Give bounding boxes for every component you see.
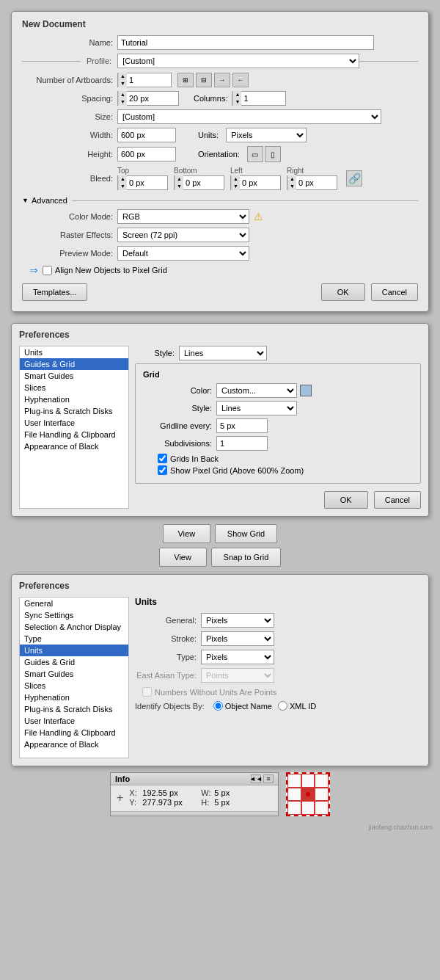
color-mode-select[interactable]: RGB CMYK [117, 209, 249, 224]
units-type-select[interactable]: Pixels [201, 650, 274, 664]
columns-spinner[interactable]: ▲ ▼ [232, 91, 286, 106]
gridline-input[interactable] [216, 418, 268, 433]
object-name-label[interactable]: Object Name [213, 701, 272, 711]
units-sidebar-slices[interactable]: Slices [20, 680, 128, 692]
info-menu-btn[interactable]: ≡ [263, 774, 274, 783]
bleed-bottom-down[interactable]: ▼ [175, 183, 183, 190]
artboards-spin-up[interactable]: ▲ [119, 73, 127, 80]
bleed-top-spin-btns[interactable]: ▲ ▼ [118, 175, 127, 190]
sidebar-item-file-handling[interactable]: File Handling & Clipboard [20, 429, 128, 440]
bleed-left-down[interactable]: ▼ [232, 183, 240, 190]
cancel-button[interactable]: Cancel [371, 283, 418, 301]
templates-button[interactable]: Templates... [22, 283, 87, 301]
prefs-guides-ok-btn[interactable]: OK [324, 491, 368, 509]
units-stroke-select[interactable]: Pixels [201, 631, 274, 646]
bleed-top-down[interactable]: ▼ [119, 183, 127, 190]
bleed-right-spin-btns[interactable]: ▲ ▼ [287, 175, 296, 190]
show-pixel-grid-checkbox[interactable] [158, 465, 167, 475]
bleed-top-up[interactable]: ▲ [119, 175, 127, 183]
bleed-bottom-spinner[interactable]: ▲ ▼ [174, 175, 224, 190]
guides-style-select[interactable]: Lines Dots [179, 346, 267, 360]
show-grid-button[interactable]: Show Grid [215, 524, 277, 543]
grids-in-back-checkbox[interactable] [158, 454, 167, 463]
prefs-guides-cancel-btn[interactable]: Cancel [374, 491, 421, 509]
profile-select[interactable]: [Custom] [117, 54, 359, 68]
name-input[interactable] [117, 35, 374, 50]
orientation-portrait-btn[interactable]: ▭ [247, 146, 263, 162]
object-name-radio[interactable] [213, 701, 223, 711]
sidebar-item-guides-grid[interactable]: Guides & Grid [20, 358, 128, 370]
sidebar-item-plugins[interactable]: Plug-ins & Scratch Disks [20, 405, 128, 417]
units-sidebar-sync[interactable]: Sync Settings [20, 609, 128, 621]
columns-spin-down[interactable]: ▼ [233, 98, 241, 106]
units-sidebar-smart-guides[interactable]: Smart Guides [20, 668, 128, 680]
columns-spin-up[interactable]: ▲ [233, 91, 241, 98]
units-sidebar-selection[interactable]: Selection & Anchor Display [20, 621, 128, 633]
raster-effects-select[interactable]: Screen (72 ppi) Medium (150 ppi) High (3… [117, 228, 249, 242]
spacing-input[interactable] [127, 93, 178, 104]
units-sidebar-appearance-black[interactable]: Appearance of Black [20, 738, 128, 750]
xml-id-label[interactable]: XML ID [278, 701, 316, 711]
size-select[interactable]: [Custom] [117, 109, 381, 124]
bleed-link-btn[interactable]: 🔗 [346, 170, 362, 186]
orientation-landscape-btn[interactable]: ▯ [265, 146, 281, 162]
spacing-spinner[interactable]: ▲ ▼ [117, 91, 179, 106]
units-sidebar-file-handling[interactable]: File Handling & Clipboard [20, 727, 128, 738]
bleed-right-up[interactable]: ▲ [288, 175, 296, 183]
height-input[interactable] [117, 147, 176, 161]
preview-mode-select[interactable]: Default Pixel Overprint [117, 246, 249, 261]
artboard-row-icon[interactable]: ⊟ [196, 73, 212, 87]
sidebar-item-appearance-black[interactable]: Appearance of Black [20, 440, 128, 452]
bleed-bottom-input[interactable] [183, 178, 224, 188]
bleed-left-up[interactable]: ▲ [232, 175, 240, 183]
bleed-right-input[interactable] [296, 178, 337, 188]
spacing-spin-btns[interactable]: ▲ ▼ [118, 91, 127, 106]
artboards-input[interactable] [127, 75, 171, 85]
units-sidebar-ui[interactable]: User Interface [20, 715, 128, 727]
sidebar-item-smart-guides[interactable]: Smart Guides [20, 370, 128, 382]
spacing-spin-down[interactable]: ▼ [119, 98, 127, 106]
sidebar-item-units[interactable]: Units [20, 346, 128, 358]
bleed-bottom-up[interactable]: ▲ [175, 175, 183, 183]
artboard-forward-icon[interactable]: → [214, 73, 230, 87]
spacing-spin-up[interactable]: ▲ [119, 91, 127, 98]
units-sidebar-general[interactable]: General [20, 598, 128, 609]
bleed-left-input[interactable] [240, 178, 280, 188]
bleed-top-spinner[interactable]: ▲ ▼ [117, 175, 168, 190]
snap-to-grid-button[interactable]: Snap to Grid [211, 548, 282, 567]
artboard-grid-icon[interactable]: ⊞ [177, 73, 194, 87]
sidebar-item-hyphenation[interactable]: Hyphenation [20, 393, 128, 405]
width-input[interactable] [117, 128, 176, 142]
grid-color-select[interactable]: Custom... [216, 383, 297, 398]
bleed-right-down[interactable]: ▼ [288, 183, 296, 190]
units-sidebar-guides-grid[interactable]: Guides & Grid [20, 656, 128, 668]
info-collapse-btn[interactable]: ◄◄ [251, 774, 261, 783]
sidebar-item-slices[interactable]: Slices [20, 382, 128, 393]
columns-spin-btns[interactable]: ▲ ▼ [232, 91, 241, 106]
units-sidebar-units[interactable]: Units [20, 645, 128, 656]
advanced-header[interactable]: ▼ Advanced [22, 196, 418, 205]
units-sidebar-hyphenation[interactable]: Hyphenation [20, 692, 128, 703]
sidebar-item-user-interface[interactable]: User Interface [20, 417, 128, 429]
columns-input[interactable] [241, 93, 285, 104]
units-sidebar-plugins[interactable]: Plug-ins & Scratch Disks [20, 703, 128, 715]
grid-color-swatch[interactable] [300, 385, 312, 396]
ok-button[interactable]: OK [321, 283, 365, 301]
grid-style-select[interactable]: Lines Dots [216, 401, 297, 415]
align-pixel-grid-checkbox[interactable] [43, 266, 52, 275]
bleed-left-spinner[interactable]: ▲ ▼ [230, 175, 281, 190]
subdivisions-input[interactable] [216, 436, 268, 451]
units-sidebar-type[interactable]: Type [20, 633, 128, 645]
units-select[interactable]: Pixels [226, 128, 307, 142]
artboards-spin-btns[interactable]: ▲ ▼ [118, 73, 127, 87]
artboard-backward-icon[interactable]: → [232, 73, 249, 87]
artboards-spin-down[interactable]: ▼ [119, 80, 127, 87]
bleed-top-input[interactable] [127, 178, 167, 188]
artboards-spinner[interactable]: ▲ ▼ [117, 73, 172, 87]
units-general-select[interactable]: Pixels [201, 613, 274, 628]
bleed-bottom-spin-btns[interactable]: ▲ ▼ [175, 175, 183, 190]
view-button-2[interactable]: View [159, 548, 207, 567]
view-button-1[interactable]: View [163, 524, 210, 543]
bleed-right-spinner[interactable]: ▲ ▼ [287, 175, 337, 190]
align-pixel-grid-label[interactable]: Align New Objects to Pixel Grid [43, 266, 167, 275]
